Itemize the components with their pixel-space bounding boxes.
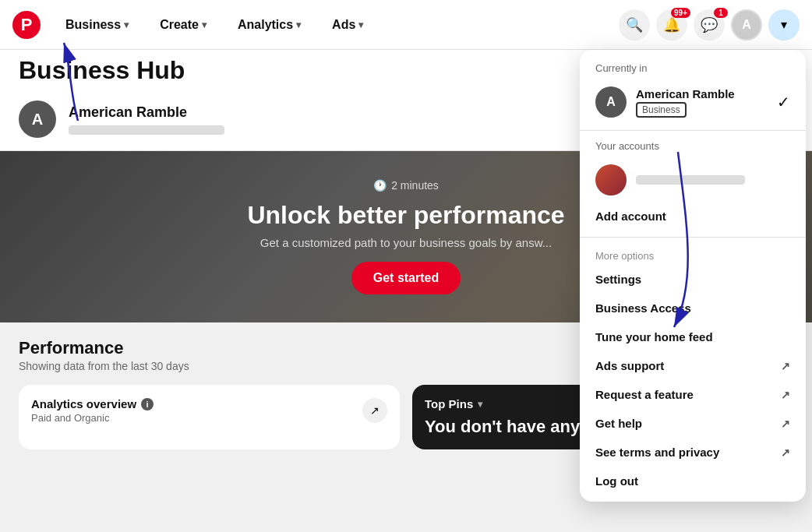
divider-2 xyxy=(580,237,806,238)
menu-item-request-feature[interactable]: Request a feature ↗ xyxy=(580,380,806,409)
external-link-icon: ↗ xyxy=(781,360,790,372)
current-account-type: Business xyxy=(636,102,687,118)
menu-item-tune-home-feed[interactable]: Tune your home feed xyxy=(580,322,806,351)
external-link-icon: ↗ xyxy=(781,417,790,430)
menu-item-terms-privacy[interactable]: See terms and privacy ↗ xyxy=(580,438,806,467)
check-icon: ✓ xyxy=(777,93,790,111)
menu-item-business-access[interactable]: Business Access xyxy=(580,294,806,322)
more-options-label: More options xyxy=(580,244,806,265)
external-link-icon: ↗ xyxy=(781,446,790,459)
current-account-avatar: A xyxy=(595,86,627,118)
logout-label: Log out xyxy=(595,474,638,488)
add-account-item[interactable]: Add account xyxy=(580,202,806,231)
settings-label: Settings xyxy=(595,273,641,286)
terms-privacy-label: See terms and privacy xyxy=(595,446,719,459)
menu-item-logout[interactable]: Log out xyxy=(580,467,806,495)
alt-account-avatar xyxy=(595,164,627,196)
divider-1 xyxy=(580,130,806,131)
your-accounts-label: Your accounts xyxy=(580,137,806,158)
business-access-label: Business Access xyxy=(595,301,691,315)
dropdown-menu: Currently in A American Ramble Business … xyxy=(580,50,806,502)
get-help-label: Get help xyxy=(595,417,642,430)
current-account-name: American Ramble xyxy=(636,87,768,100)
ads-support-label: Ads support xyxy=(595,359,664,372)
request-feature-label: Request a feature xyxy=(595,388,694,401)
tune-home-feed-label: Tune your home feed xyxy=(595,330,713,344)
current-account-info: American Ramble Business xyxy=(636,87,768,118)
dropdown-overlay: Currently in A American Ramble Business … xyxy=(0,0,812,532)
alt-account-name-placeholder xyxy=(636,175,745,185)
external-link-icon: ↗ xyxy=(781,389,790,401)
alt-account-row[interactable] xyxy=(580,158,806,202)
add-account-label: Add account xyxy=(595,210,666,223)
menu-item-settings[interactable]: Settings xyxy=(580,265,806,294)
current-account-row[interactable]: A American Ramble Business ✓ xyxy=(580,80,806,124)
menu-item-ads-support[interactable]: Ads support ↗ xyxy=(580,351,806,380)
currently-in-label: Currently in xyxy=(580,62,806,80)
menu-item-get-help[interactable]: Get help ↗ xyxy=(580,409,806,438)
